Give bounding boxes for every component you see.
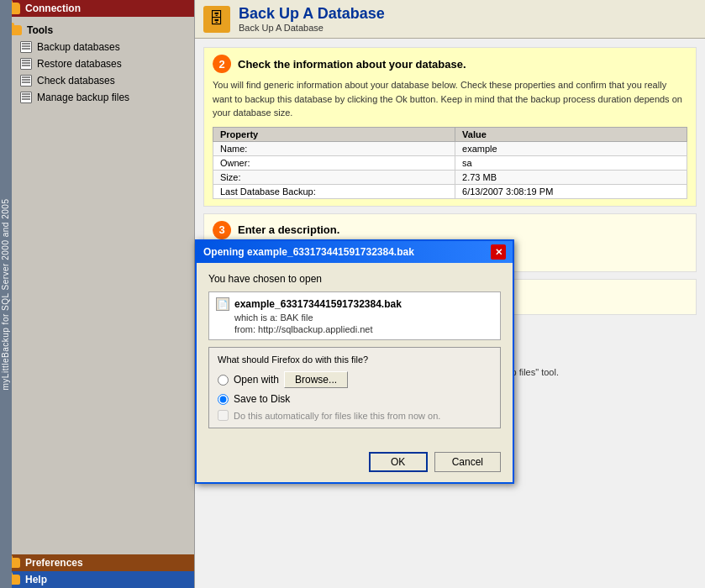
save-to-disk-row: Save to Disk <box>218 393 492 405</box>
open-with-label: Open with <box>234 374 279 386</box>
connection-label: Connection <box>25 3 81 14</box>
dialog-body: You have chosen to open 📄 example_633173… <box>197 263 513 445</box>
file-type-row: which is a: BAK file <box>216 312 493 323</box>
dialog-intro: You have chosen to open <box>208 273 501 285</box>
step3-number: 3 <box>213 221 231 239</box>
bak-file-icon: 📄 <box>216 297 229 311</box>
table-row: Name: example <box>213 141 687 155</box>
table-cell-value: 6/13/2007 3:08:19 PM <box>455 184 687 198</box>
backup-databases-icon <box>20 41 32 53</box>
sidebar-item-label: Backup databases <box>37 41 120 53</box>
table-cell-value: 2.73 MB <box>455 170 687 184</box>
dialog-title: Opening example_633173441591732384.bak <box>203 246 414 258</box>
step3-header: 3 Enter a description. <box>213 221 687 239</box>
table-cell-property: Last Database Backup: <box>213 184 455 198</box>
sidebar-item-label: Restore databases <box>37 58 122 70</box>
check-databases-icon <box>20 75 32 87</box>
breadcrumb: Back Up A Database <box>239 23 385 33</box>
dialog-footer: OK Cancel <box>197 445 513 482</box>
sidebar-item-label: Check databases <box>37 75 115 87</box>
table-cell-property: Name: <box>213 141 455 155</box>
table-header-value: Value <box>455 127 687 141</box>
sidebar-item-label: Manage backup files <box>37 92 129 103</box>
connection-header: Connection <box>0 0 194 17</box>
preferences-label: Preferences <box>25 557 83 569</box>
main-titlebar: Back Up A Database Back Up A Database <box>195 0 705 39</box>
tools-group-header: Tools <box>0 22 194 39</box>
help-label: Help <box>25 574 47 585</box>
step2-number: 2 <box>213 55 231 73</box>
sidebar-item-check-databases[interactable]: Check databases <box>0 72 194 89</box>
table-row: Size: 2.73 MB <box>213 170 687 184</box>
cancel-button[interactable]: Cancel <box>434 452 501 472</box>
sidebar-item-restore-databases[interactable]: Restore databases <box>0 55 194 72</box>
step3-title: Enter a description. <box>238 223 339 236</box>
step2-description: You will find generic information about … <box>213 78 687 120</box>
table-cell-property: Owner: <box>213 155 455 170</box>
table-cell-value: example <box>455 141 687 155</box>
ok-button[interactable]: OK <box>369 452 428 472</box>
auto-label: Do this automatically for files like thi… <box>234 411 440 421</box>
vertical-text: myLittleBackup for SQL Server 2000 and 2… <box>2 198 11 390</box>
database-info-table: Property Value Name: example Owner: sa S… <box>213 127 687 199</box>
opening-dialog: Opening example_633173441591732384.bak ✕… <box>195 239 514 484</box>
table-row: Owner: sa <box>213 155 687 170</box>
what-to-do-box: What should Firefox do with this file? O… <box>208 347 501 428</box>
database-icon <box>203 6 230 33</box>
table-header-property: Property <box>213 127 455 141</box>
browse-button[interactable]: Browse... <box>284 371 348 388</box>
file-info-box: 📄 example_633173441591732384.bak which i… <box>208 291 501 340</box>
restore-databases-icon <box>20 58 32 70</box>
file-name-row: 📄 example_633173441591732384.bak <box>216 297 493 311</box>
tools-section: Tools Backup databases Restore databases… <box>0 17 194 111</box>
manage-backup-files-icon <box>20 92 32 103</box>
dialog-close-button[interactable]: ✕ <box>491 244 506 260</box>
dialog-titlebar: Opening example_633173441591732384.bak ✕ <box>197 241 513 263</box>
step2-header: 2 Check the information about your datab… <box>213 55 687 73</box>
sidebar-item-manage-backup-files[interactable]: Manage backup files <box>0 89 194 106</box>
preferences-header[interactable]: Preferences <box>0 554 194 571</box>
vertical-label: myLittleBackup for SQL Server 2000 and 2… <box>0 0 12 588</box>
table-row: Last Database Backup: 6/13/2007 3:08:19 … <box>213 184 687 198</box>
sidebar-item-backup-databases[interactable]: Backup databases <box>0 39 194 55</box>
main-title-text: Back Up A Database Back Up A Database <box>239 5 385 33</box>
table-cell-property: Size: <box>213 170 455 184</box>
filename: example_633173441591732384.bak <box>234 298 402 310</box>
save-to-disk-label: Save to Disk <box>234 393 290 405</box>
open-with-radio[interactable] <box>218 375 229 386</box>
table-cell-value: sa <box>455 155 687 170</box>
step2-title: Check the information about your databas… <box>238 58 466 71</box>
open-with-row: Open with Browse... <box>218 371 492 388</box>
auto-checkbox <box>218 410 229 421</box>
file-source-row: from: http://sqlbackup.appliedi.net <box>216 324 493 334</box>
tools-label: Tools <box>27 24 53 36</box>
save-to-disk-radio[interactable] <box>218 394 229 405</box>
page-title: Back Up A Database <box>239 5 385 23</box>
auto-checkbox-row: Do this automatically for files like thi… <box>218 410 492 421</box>
what-to-do-label: What should Firefox do with this file? <box>218 354 492 365</box>
step2-section: 2 Check the information about your datab… <box>203 47 697 207</box>
help-header[interactable]: Help <box>0 571 194 588</box>
